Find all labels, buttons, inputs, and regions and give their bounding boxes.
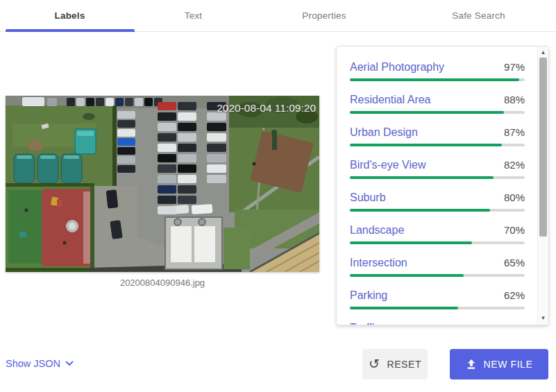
label-row: Landscape 70%: [350, 223, 525, 246]
score-bar-fill: [350, 307, 458, 309]
label-link[interactable]: Suburb: [350, 191, 386, 205]
score-bar-fill: [350, 241, 472, 244]
tab-properties-label: Properties: [302, 10, 346, 21]
label-row: Residential Area 88%: [350, 93, 525, 115]
show-json-label: Show JSON: [6, 358, 60, 369]
show-json-toggle[interactable]: Show JSON: [6, 358, 74, 369]
label-score: 87%: [504, 126, 525, 138]
tab-labels[interactable]: Labels: [0, 0, 140, 31]
score-bar-track: [350, 307, 525, 309]
scrollbar-thumb[interactable]: [539, 58, 547, 237]
score-bar-track: [350, 176, 525, 179]
tab-text[interactable]: Text: [140, 0, 247, 31]
tab-safe-search[interactable]: Safe Search: [401, 0, 556, 31]
score-bar-track: [350, 111, 525, 114]
score-bar-track: [350, 144, 525, 146]
label-row: Parking 62%: [350, 289, 525, 311]
result-tabs: Labels Text Properties Safe Search: [0, 0, 556, 32]
score-bar-track: [350, 78, 525, 81]
timestamp-overlay: 2020-08-04 11:09:20: [217, 102, 316, 114]
label-link[interactable]: Aerial Photography: [350, 60, 444, 74]
label-score: 88%: [504, 94, 525, 105]
uploaded-image-container: 2020-08-04 11:09:20 20200804090946.jpg: [6, 96, 319, 288]
image-filename: 20200804090946.jpg: [6, 278, 319, 288]
label-score: 82%: [504, 159, 525, 171]
label-link[interactable]: Landscape: [350, 223, 404, 237]
aerial-photo-image: 2020-08-04 11:09:20: [6, 96, 319, 272]
label-row: Suburb 80%: [350, 191, 525, 213]
label-link[interactable]: Traffic: [350, 321, 380, 325]
score-bar-track: [350, 241, 525, 244]
label-row: Bird's-eye View 82%: [350, 158, 525, 180]
score-bar-fill: [350, 274, 464, 277]
scroll-up-arrow-icon[interactable]: ▲: [538, 48, 548, 58]
labels-result-panel: Aerial Photography 97% Residential Area …: [336, 46, 549, 325]
scroll-down-arrow-icon[interactable]: ▼: [538, 314, 548, 323]
label-link[interactable]: Parking: [350, 289, 387, 302]
reset-button[interactable]: ↺ RESET: [362, 349, 428, 380]
tab-text-label: Text: [185, 10, 203, 21]
label-row: Aerial Photography 97%: [350, 60, 525, 83]
label-score: 97%: [504, 61, 525, 73]
score-bar-fill: [350, 78, 519, 81]
label-link[interactable]: Urban Design: [350, 126, 418, 139]
label-link[interactable]: Intersection: [350, 256, 407, 270]
label-row: Traffic 58%: [350, 321, 525, 325]
new-file-button-label: NEW FILE: [484, 359, 533, 370]
chevron-down-icon: [65, 361, 74, 366]
score-bar-fill: [350, 176, 494, 179]
score-bar-track: [350, 274, 525, 277]
tab-safe-search-label: Safe Search: [452, 10, 505, 21]
label-score: 62%: [504, 289, 525, 301]
new-file-button[interactable]: NEW FILE: [450, 349, 548, 380]
label-score: 80%: [504, 191, 525, 203]
tab-labels-label: Labels: [55, 10, 85, 21]
score-bar-fill: [350, 144, 502, 146]
label-score: 70%: [504, 224, 525, 236]
label-score: 58%: [504, 322, 525, 325]
reset-icon: ↺: [369, 358, 380, 370]
label-score: 65%: [504, 257, 525, 269]
upload-icon: [466, 359, 477, 370]
label-row: Urban Design 87%: [350, 126, 525, 148]
score-bar-track: [350, 209, 525, 212]
label-row: Intersection 65%: [350, 256, 525, 278]
label-link[interactable]: Bird's-eye View: [350, 158, 426, 172]
panel-scrollbar[interactable]: ▲ ▼: [537, 46, 548, 325]
label-link[interactable]: Residential Area: [350, 93, 431, 107]
score-bar-fill: [350, 209, 490, 212]
tab-properties[interactable]: Properties: [247, 0, 401, 31]
reset-button-label: RESET: [387, 359, 421, 370]
score-bar-fill: [350, 111, 504, 114]
active-tab-underline: [6, 29, 135, 32]
